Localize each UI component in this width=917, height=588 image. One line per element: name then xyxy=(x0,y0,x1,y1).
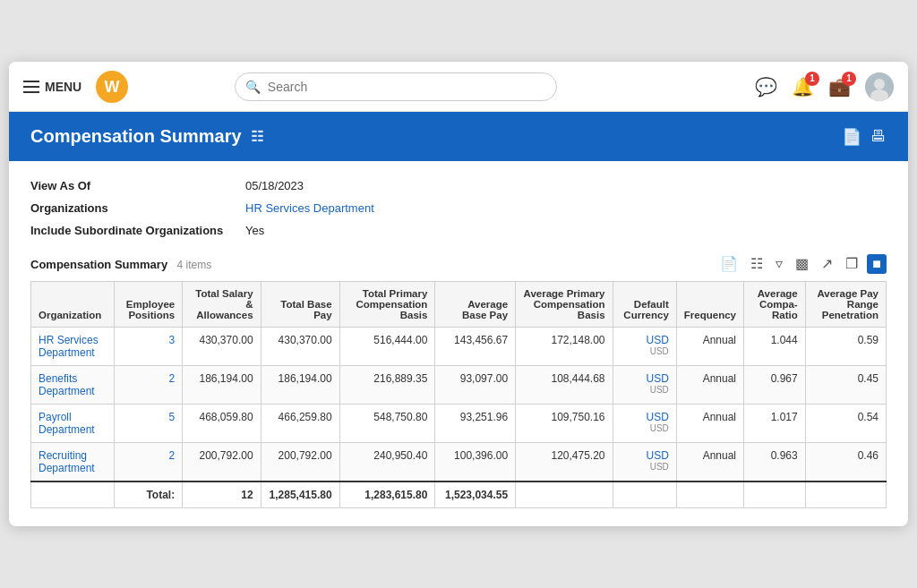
chat-icon[interactable]: 💬 xyxy=(755,76,777,98)
table-title-area: Compensation Summary 4 items xyxy=(30,256,211,272)
grid-view-btn[interactable]: ■ xyxy=(867,254,887,274)
cell-currency: USDUSD xyxy=(613,366,676,405)
export-xls-btn[interactable]: 📄 xyxy=(716,253,741,274)
currency-link[interactable]: USD xyxy=(646,334,668,346)
fullscreen-btn[interactable]: ❐ xyxy=(842,253,861,274)
col-organization: Organization xyxy=(31,282,115,328)
org-link[interactable]: Recruiting Department xyxy=(39,449,95,474)
briefcase-badge: 1 xyxy=(842,72,856,86)
cell-avg-base: 100,396.00 xyxy=(435,443,516,482)
organizations-value[interactable]: HR Services Department xyxy=(245,201,374,215)
col-pay-range: Average Pay Range Penetration xyxy=(805,282,886,328)
footer-frequency xyxy=(744,481,806,508)
cell-compa: 0.967 xyxy=(744,366,806,405)
cell-positions: 2 xyxy=(114,366,182,405)
footer-avg-primary xyxy=(613,481,676,508)
cell-positions: 5 xyxy=(114,405,182,443)
page-header-actions: 📄 🖶 xyxy=(842,127,887,147)
notification-icon[interactable]: 🔔 1 xyxy=(792,76,814,98)
org-link[interactable]: HR Services Department xyxy=(39,334,99,359)
cell-compa: 1.044 xyxy=(744,328,806,366)
cell-total-base: 186,194.00 xyxy=(261,366,339,405)
page-content: View As Of 05/18/2023 Organizations HR S… xyxy=(9,161,908,526)
positions-link[interactable]: 5 xyxy=(169,411,176,423)
briefcase-icon[interactable]: 💼 1 xyxy=(828,76,851,98)
footer-currency xyxy=(676,481,743,508)
organizations-row: Organizations HR Services Department xyxy=(30,201,887,215)
expand-btn[interactable]: ↗ xyxy=(818,253,836,274)
search-bar: 🔍 xyxy=(235,72,557,101)
view-as-of-row: View As Of 05/18/2023 xyxy=(30,179,887,192)
cell-avg-base: 143,456.67 xyxy=(435,328,516,366)
cell-pay-range: 0.45 xyxy=(805,366,886,405)
top-nav: MENU W 🔍 💬 🔔 1 💼 1 xyxy=(9,62,908,112)
footer-total-base: 1,283,615.80 xyxy=(339,481,435,508)
print-icon[interactable]: 🖶 xyxy=(870,127,887,147)
cell-frequency: Annual xyxy=(676,366,743,405)
cell-avg-primary: 172,148.00 xyxy=(516,328,613,366)
export-icon[interactable]: 📄 xyxy=(842,127,861,147)
positions-link[interactable]: 2 xyxy=(169,372,176,385)
col-avg-primary: Average Primary Compensation Basis xyxy=(516,282,613,328)
page-title-text: Compensation Summary xyxy=(30,126,242,147)
cell-frequency: Annual xyxy=(676,328,743,366)
cell-org: HR Services Department xyxy=(31,328,115,366)
org-link[interactable]: Benefits Department xyxy=(39,372,95,397)
positions-link[interactable]: 3 xyxy=(169,334,176,346)
col-total-base: Total Base Pay xyxy=(261,282,339,328)
search-input[interactable] xyxy=(235,72,557,101)
include-subordinate-value: Yes xyxy=(245,224,264,237)
menu-button[interactable]: MENU xyxy=(23,80,81,94)
col-avg-base: Average Base Pay xyxy=(435,282,516,328)
table-count: 4 items xyxy=(177,259,212,271)
cell-total-base: 466,259.80 xyxy=(261,405,339,443)
cell-positions: 2 xyxy=(114,443,182,482)
svg-text:W: W xyxy=(105,78,120,96)
view-as-of-value: 05/18/2023 xyxy=(245,179,304,192)
col-compa-ratio: Average Compa-Ratio xyxy=(744,282,806,328)
cell-total-salary: 200,792.00 xyxy=(183,443,261,482)
col-currency: Default Currency xyxy=(613,282,676,328)
chart-btn[interactable]: ▩ xyxy=(792,253,812,274)
currency-link[interactable]: USD xyxy=(646,411,668,423)
cell-compa: 0.963 xyxy=(744,443,806,482)
table-footer: Total: 12 1,285,415.80 1,283,615.80 1,52… xyxy=(31,481,887,508)
footer-avg-base xyxy=(516,481,613,508)
compensation-table: Organization Employee Positions Total Sa… xyxy=(30,281,887,508)
cell-total-base: 430,370.00 xyxy=(261,328,339,366)
cell-avg-base: 93,097.00 xyxy=(435,366,516,405)
cell-avg-base: 93,251.96 xyxy=(435,405,516,443)
footer-compa xyxy=(805,481,886,508)
positions-link[interactable]: 2 xyxy=(169,449,176,462)
currency-link[interactable]: USD xyxy=(646,372,668,385)
cell-total-salary: 186,194.00 xyxy=(183,366,261,405)
cell-currency: USDUSD xyxy=(613,328,676,366)
cell-currency: USDUSD xyxy=(613,405,676,443)
currency-link[interactable]: USD xyxy=(646,449,668,462)
table-header-row: Compensation Summary 4 items 📄 ☷ ▿ ▩ ↗ ❐… xyxy=(30,253,887,274)
table-row: Benefits Department 2 186,194.00 186,194… xyxy=(31,366,887,405)
table-header: Organization Employee Positions Total Sa… xyxy=(31,282,887,328)
svg-point-3 xyxy=(874,79,885,89)
cell-avg-primary: 108,444.68 xyxy=(516,366,613,405)
table-row: Payroll Department 5 468,059.80 466,259.… xyxy=(31,405,887,443)
search-icon: 🔍 xyxy=(245,80,261,94)
col-positions: Employee Positions xyxy=(114,282,182,328)
table-view-btn[interactable]: ☷ xyxy=(747,253,767,274)
table-actions: 📄 ☷ ▿ ▩ ↗ ❐ ■ xyxy=(716,253,887,274)
app-logo: W xyxy=(96,71,128,103)
nav-right: 💬 🔔 1 💼 1 xyxy=(755,72,894,101)
footer-label xyxy=(31,481,115,508)
cell-positions: 3 xyxy=(114,328,182,366)
cell-pay-range: 0.46 xyxy=(805,443,886,482)
hamburger-icon xyxy=(23,81,39,93)
org-link[interactable]: Payroll Department xyxy=(39,411,95,436)
cell-total-primary: 216,889.35 xyxy=(339,366,435,405)
cell-pay-range: 0.54 xyxy=(805,405,886,443)
filter-btn[interactable]: ▿ xyxy=(772,253,786,274)
user-avatar[interactable] xyxy=(865,72,894,101)
cell-org: Benefits Department xyxy=(31,366,115,405)
cell-avg-primary: 120,475.20 xyxy=(516,443,613,482)
cell-currency: USDUSD xyxy=(613,443,676,482)
filter-icon[interactable]: ☷ xyxy=(251,128,263,145)
